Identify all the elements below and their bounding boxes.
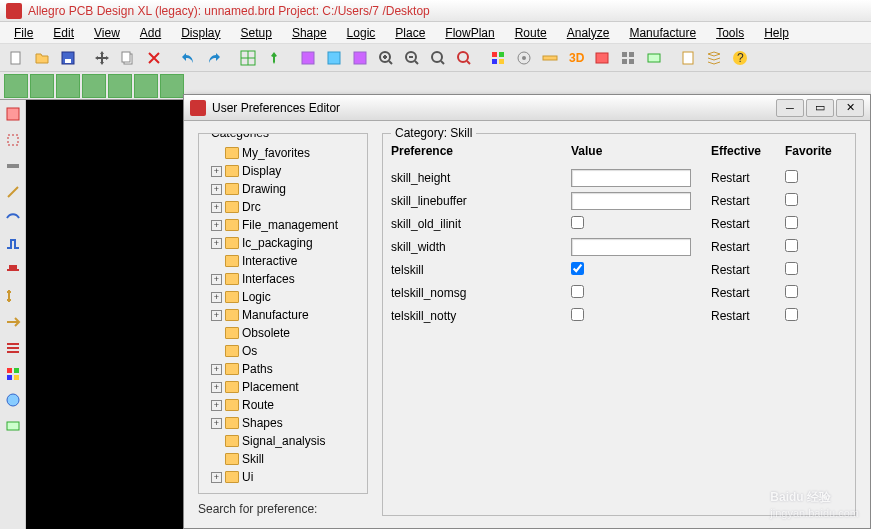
open-button[interactable] [30, 46, 54, 70]
maximize-button[interactable]: ▭ [806, 99, 834, 117]
pref-check-telskill_nomsg[interactable] [571, 285, 584, 298]
menu-flowplan[interactable]: FlowPlan [435, 24, 504, 42]
copy-button[interactable] [116, 46, 140, 70]
ltool-6[interactable] [3, 234, 23, 254]
tb2-btn-7[interactable] [160, 74, 184, 98]
tb2-btn-4[interactable] [82, 74, 106, 98]
tree-item-placement[interactable]: +Placement [207, 378, 359, 396]
menu-view[interactable]: View [84, 24, 130, 42]
pref-check-telskill_notty[interactable] [571, 308, 584, 321]
ltool-3[interactable] [3, 156, 23, 176]
tree-item-drawing[interactable]: +Drawing [207, 180, 359, 198]
menu-analyze[interactable]: Analyze [557, 24, 620, 42]
zoom-window-button[interactable] [452, 46, 476, 70]
tree-item-os[interactable]: Os [207, 342, 359, 360]
save-button[interactable] [56, 46, 80, 70]
menu-route[interactable]: Route [505, 24, 557, 42]
constraint-button[interactable] [642, 46, 666, 70]
ltool-4[interactable] [3, 182, 23, 202]
grid-button[interactable] [236, 46, 260, 70]
tb2-btn-3[interactable] [56, 74, 80, 98]
redo-button[interactable] [202, 46, 226, 70]
pref-fav-telskill_notty[interactable] [785, 308, 798, 321]
ltool-12[interactable] [3, 390, 23, 410]
menu-edit[interactable]: Edit [43, 24, 84, 42]
pref-fav-telskill[interactable] [785, 262, 798, 275]
pref-input-skill_linebuffer[interactable] [571, 192, 691, 210]
tb2-btn-6[interactable] [134, 74, 158, 98]
delete-button[interactable] [142, 46, 166, 70]
stack-button[interactable] [702, 46, 726, 70]
tb2-btn-5[interactable] [108, 74, 132, 98]
ltool-10[interactable] [3, 338, 23, 358]
ltool-9[interactable] [3, 312, 23, 332]
layer2-button[interactable] [322, 46, 346, 70]
tile-button[interactable] [616, 46, 640, 70]
tree-item-logic[interactable]: +Logic [207, 288, 359, 306]
menu-tools[interactable]: Tools [706, 24, 754, 42]
pref-fav-skill_linebuffer[interactable] [785, 193, 798, 206]
layer3-button[interactable] [348, 46, 372, 70]
dialog-titlebar[interactable]: User Preferences Editor ─ ▭ ✕ [184, 95, 870, 121]
show-element-button[interactable] [512, 46, 536, 70]
menu-place[interactable]: Place [385, 24, 435, 42]
flip-button[interactable] [590, 46, 614, 70]
category-tree[interactable]: My_favorites+Display+Drawing+Drc+File_ma… [207, 144, 359, 484]
zoom-fit-button[interactable] [426, 46, 450, 70]
measure-button[interactable] [538, 46, 562, 70]
tb2-btn-1[interactable] [4, 74, 28, 98]
menu-file[interactable]: File [4, 24, 43, 42]
menu-logic[interactable]: Logic [337, 24, 386, 42]
pref-check-skill_old_ilinit[interactable] [571, 216, 584, 229]
tree-item-ic_packaging[interactable]: +Ic_packaging [207, 234, 359, 252]
pref-input-skill_width[interactable] [571, 238, 691, 256]
move-button[interactable] [90, 46, 114, 70]
menu-display[interactable]: Display [171, 24, 230, 42]
tree-item-drc[interactable]: +Drc [207, 198, 359, 216]
ltool-8[interactable] [3, 286, 23, 306]
tree-item-display[interactable]: +Display [207, 162, 359, 180]
tree-item-interfaces[interactable]: +Interfaces [207, 270, 359, 288]
zoom-out-button[interactable] [400, 46, 424, 70]
tb2-btn-2[interactable] [30, 74, 54, 98]
menu-help[interactable]: Help [754, 24, 799, 42]
pref-fav-telskill_nomsg[interactable] [785, 285, 798, 298]
tree-item-interactive[interactable]: Interactive [207, 252, 359, 270]
layer1-button[interactable] [296, 46, 320, 70]
ltool-1[interactable] [3, 104, 23, 124]
pref-fav-skill_old_ilinit[interactable] [785, 216, 798, 229]
tree-item-paths[interactable]: +Paths [207, 360, 359, 378]
ltool-7[interactable] [3, 260, 23, 280]
ltool-11[interactable] [3, 364, 23, 384]
zoom-in-button[interactable] [374, 46, 398, 70]
help-button[interactable]: ? [728, 46, 752, 70]
report-button[interactable] [676, 46, 700, 70]
tree-item-skill[interactable]: Skill [207, 450, 359, 468]
assign-color-button[interactable] [486, 46, 510, 70]
pin-button[interactable] [262, 46, 286, 70]
menu-add[interactable]: Add [130, 24, 171, 42]
tree-item-ui[interactable]: +Ui [207, 468, 359, 484]
ltool-13[interactable] [3, 416, 23, 436]
tree-item-manufacture[interactable]: +Manufacture [207, 306, 359, 324]
tree-item-signal_analysis[interactable]: Signal_analysis [207, 432, 359, 450]
pref-check-telskill[interactable] [571, 262, 584, 275]
pref-fav-skill_width[interactable] [785, 239, 798, 252]
pref-fav-skill_height[interactable] [785, 170, 798, 183]
minimize-button[interactable]: ─ [776, 99, 804, 117]
ltool-5[interactable] [3, 208, 23, 228]
3d-button[interactable]: 3D [564, 46, 588, 70]
tree-item-route[interactable]: +Route [207, 396, 359, 414]
tree-item-shapes[interactable]: +Shapes [207, 414, 359, 432]
menu-manufacture[interactable]: Manufacture [619, 24, 706, 42]
menu-shape[interactable]: Shape [282, 24, 337, 42]
ltool-2[interactable] [3, 130, 23, 150]
close-button[interactable]: ✕ [836, 99, 864, 117]
new-button[interactable] [4, 46, 28, 70]
tree-item-obsolete[interactable]: Obsolete [207, 324, 359, 342]
pref-input-skill_height[interactable] [571, 169, 691, 187]
menu-setup[interactable]: Setup [231, 24, 282, 42]
tree-item-my_favorites[interactable]: My_favorites [207, 144, 359, 162]
undo-button[interactable] [176, 46, 200, 70]
tree-item-file_management[interactable]: +File_management [207, 216, 359, 234]
